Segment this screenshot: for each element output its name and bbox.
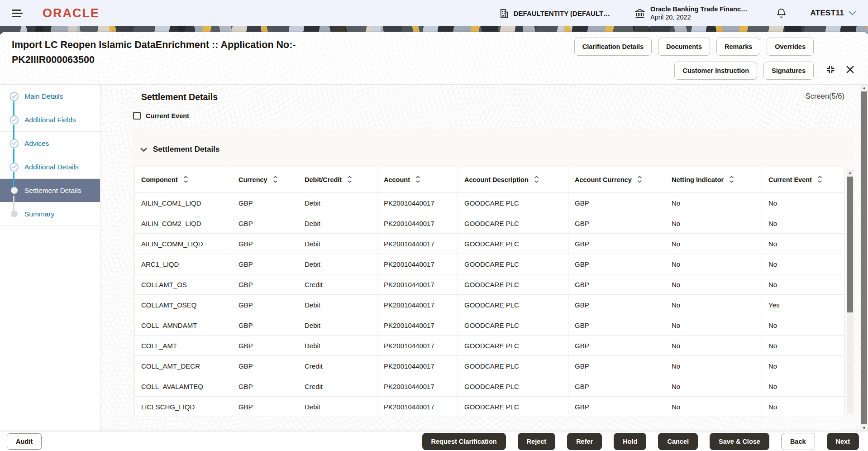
sort-icon[interactable] xyxy=(729,176,734,184)
sort-icon[interactable] xyxy=(183,176,188,184)
table-cell: GOODCARE PLC xyxy=(458,254,568,274)
sort-icon[interactable] xyxy=(273,176,278,184)
table-cell: Debit xyxy=(298,234,377,254)
table-cell: Credit xyxy=(298,274,377,295)
current-event-checkbox[interactable] xyxy=(133,112,141,120)
table-cell: GBP xyxy=(568,213,665,234)
column-header-account-currency[interactable]: Account Currency xyxy=(568,167,665,193)
screen-heading: Settlement Details xyxy=(141,92,218,102)
cancel-button[interactable]: Cancel xyxy=(658,433,698,450)
user-menu[interactable]: ATEST11 xyxy=(810,9,856,18)
step-dot-icon xyxy=(9,186,19,196)
next-button[interactable]: Next xyxy=(827,433,859,450)
table-cell: GOODCARE PLC xyxy=(458,295,568,315)
table-cell: No xyxy=(762,234,845,254)
table-cell: PK20010440017 xyxy=(377,213,458,234)
documents-button[interactable]: Documents xyxy=(658,38,710,56)
section-header[interactable]: Settlement Details xyxy=(132,129,854,154)
customer-instruction-button[interactable]: Customer Instruction xyxy=(674,62,757,80)
settlement-table: ComponentCurrencyDebit/CreditAccountAcco… xyxy=(134,167,845,417)
column-header-netting-indicator[interactable]: Netting Indicator xyxy=(665,167,762,193)
column-header-account-description[interactable]: Account Description xyxy=(458,167,568,193)
table-row[interactable]: AILIN_COM1_LIQDGBPDebitPK20010440017GOOD… xyxy=(135,193,845,213)
back-button[interactable]: Back xyxy=(781,433,815,450)
column-header-debit-credit[interactable]: Debit/Credit xyxy=(298,167,377,193)
save-close-button[interactable]: Save & Close xyxy=(710,433,769,450)
branch-selector[interactable]: Oracle Banking Trade Financ… April 20, 2… xyxy=(634,5,747,21)
table-row[interactable]: ARC1_LIQDGBPDebitPK20010440017GOODCARE P… xyxy=(135,254,845,274)
scroll-down-arrow[interactable]: ▼ xyxy=(860,425,868,431)
sidebar-item-summary[interactable]: Summary xyxy=(0,202,100,226)
table-cell: GOODCARE PLC xyxy=(458,193,568,213)
sidebar-item-additional-details[interactable]: Additional Details xyxy=(0,155,100,179)
column-header-account[interactable]: Account xyxy=(377,167,458,193)
column-header-current-event[interactable]: Current Event xyxy=(762,167,845,193)
app-name: Oracle Banking Trade Financ… xyxy=(650,5,747,13)
sidebar-item-label: Additional Details xyxy=(24,163,79,171)
table-row[interactable]: COLL_AVALAMTEQGBPCreditPK20010440017GOOD… xyxy=(135,376,845,397)
table-row[interactable]: COLL_AMTGBPDebitPK20010440017GOODCARE PL… xyxy=(135,336,845,356)
table-row[interactable]: AILIN_COMM_LIQDGBPDebitPK20010440017GOOD… xyxy=(135,234,845,254)
table-scrollbar-thumb[interactable] xyxy=(847,177,853,312)
table-cell: No xyxy=(665,193,762,213)
table-cell: GOODCARE PLC xyxy=(458,234,568,254)
signatures-button[interactable]: Signatures xyxy=(763,62,814,80)
sidebar-item-main-details[interactable]: Main Details xyxy=(0,85,100,108)
audit-button[interactable]: Audit xyxy=(7,433,42,450)
table-cell: COLLAMT_OSEQ xyxy=(135,295,232,315)
sidebar-item-settlement-details[interactable]: Settlement Details xyxy=(0,179,100,202)
sort-icon[interactable] xyxy=(347,176,352,184)
table-cell: GBP xyxy=(568,274,665,295)
table-cell: GOODCARE PLC xyxy=(458,213,568,234)
table-row[interactable]: COLLAMT_OSGBPCreditPK20010440017GOODCARE… xyxy=(135,274,845,295)
sort-icon[interactable] xyxy=(534,176,539,184)
sort-icon[interactable] xyxy=(637,176,642,184)
table-row[interactable]: COLLAMT_OSEQGBPDebitPK20010440017GOODCAR… xyxy=(135,295,845,315)
sidebar-item-label: Settlement Details xyxy=(24,187,81,195)
table-cell: GOODCARE PLC xyxy=(458,376,568,397)
close-icon[interactable] xyxy=(846,65,854,74)
refer-button[interactable]: Refer xyxy=(567,433,602,450)
sort-icon[interactable] xyxy=(415,176,420,184)
hamburger-menu-icon[interactable] xyxy=(12,10,23,17)
table-cell: No xyxy=(665,315,762,336)
chevron-down-icon xyxy=(849,11,856,15)
scroll-up-arrow[interactable]: ▲ xyxy=(847,169,854,176)
table-row[interactable]: AILIN_COM2_LIQDGBPDebitPK20010440017GOOD… xyxy=(135,213,845,234)
table-scrollbar[interactable]: ▲ xyxy=(847,169,854,413)
scroll-up-arrow[interactable]: ▲ xyxy=(860,85,868,91)
table-cell: PK20010440017 xyxy=(377,234,458,254)
table-cell: GBP xyxy=(568,315,665,336)
table-cell: No xyxy=(762,356,845,376)
reject-button[interactable]: Reject xyxy=(518,433,556,450)
chevron-down-icon xyxy=(140,148,147,152)
table-cell: No xyxy=(762,213,845,234)
column-header-currency[interactable]: Currency xyxy=(232,167,298,193)
content-scrollbar[interactable]: ▲ ▼ xyxy=(860,85,868,431)
sidebar-item-advices[interactable]: Advices xyxy=(0,132,100,155)
collapse-icon[interactable] xyxy=(825,64,836,75)
hold-button[interactable]: Hold xyxy=(614,433,646,450)
clarification-details-button[interactable]: Clarification Details xyxy=(574,38,652,56)
table-cell: COLL_AMT xyxy=(135,336,232,356)
table-row[interactable]: LICLSCHG_LIQDGBPDebitPK20010440017GOODCA… xyxy=(135,397,845,417)
notifications-bell-icon[interactable] xyxy=(776,8,787,19)
content-scrollbar-thumb[interactable] xyxy=(861,91,867,424)
page-title: Import LC Reopen Islamic DataEnrichment … xyxy=(12,38,296,84)
table-cell: COLLAMT_OS xyxy=(135,274,232,295)
table-row[interactable]: COLL_AMT_DECRGBPCreditPK20010440017GOODC… xyxy=(135,356,845,376)
table-cell: GBP xyxy=(232,376,298,397)
step-connector xyxy=(13,172,14,187)
sort-icon[interactable] xyxy=(817,176,822,184)
table-row[interactable]: COLL_AMNDAMTGBPDebitPK20010440017GOODCAR… xyxy=(135,315,845,336)
sidebar-item-label: Advices xyxy=(24,139,49,148)
overrides-button[interactable]: Overrides xyxy=(767,38,814,56)
remarks-button[interactable]: Remarks xyxy=(716,38,760,56)
table-cell: GOODCARE PLC xyxy=(458,356,568,376)
entity-selector[interactable]: DEFAULTENTITY (DEFAULT… xyxy=(499,8,610,19)
user-name: ATEST11 xyxy=(810,9,844,18)
column-header-component[interactable]: Component xyxy=(135,167,232,193)
sidebar-item-additional-fields[interactable]: Additional Fields xyxy=(0,108,100,132)
request-clarification-button[interactable]: Request Clarification xyxy=(422,433,506,450)
table-cell: AILIN_COM1_LIQD xyxy=(135,193,232,213)
